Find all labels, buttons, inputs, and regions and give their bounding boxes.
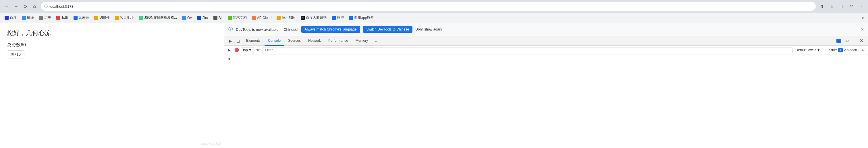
- issues-tab-badge[interactable]: 1: [835, 38, 843, 44]
- issues-dot: 1: [838, 48, 843, 52]
- bookmark-history[interactable]: 历史: [37, 15, 54, 21]
- bookmark-label: APICloud: [257, 16, 272, 20]
- nav-buttons: ← → ⟳ ⌂: [3, 2, 38, 10]
- tab-elements[interactable]: Elements: [243, 36, 264, 46]
- like-button[interactable]: 赞+10: [7, 50, 24, 58]
- forward-button[interactable]: →: [12, 2, 20, 10]
- history-icon: [39, 16, 43, 20]
- console-context-selector[interactable]: top ▼: [241, 47, 254, 53]
- baidu-icon: [5, 16, 9, 20]
- tab-memory[interactable]: Memory: [352, 36, 371, 46]
- oa-icon: [182, 16, 186, 20]
- json-icon: [139, 16, 143, 20]
- close-notification-button[interactable]: ✕: [860, 27, 864, 32]
- devtools-console-bar: ▶ ⛔ top ▼ 👁 Default levels ▼ 1 Issue: 1 …: [224, 46, 868, 54]
- greeting-text: 您好，几何心凉: [7, 29, 217, 38]
- dismiss-button[interactable]: Don't show again: [415, 27, 442, 31]
- bookmark-projaddr[interactable]: 项目地址: [113, 15, 136, 21]
- sidebar-toggle-button[interactable]: ▶: [226, 47, 232, 53]
- browser-actions: ⬆ ☆ ▯ ⚯ ⋮: [818, 2, 865, 10]
- home-button[interactable]: ⌂: [30, 2, 38, 10]
- devtools-toolbar: ▶ ◻ Elements Console Sources Network Per…: [224, 36, 868, 46]
- bookmark-label: 百度人脸识别: [306, 15, 327, 20]
- bookmark-jira[interactable]: Jira: [195, 15, 210, 21]
- bookmark-label: 应用加固: [282, 15, 296, 20]
- bookmark-label: Jira: [203, 16, 208, 20]
- device-mode-button[interactable]: ◻: [235, 37, 242, 45]
- bookmark-label: 翻译: [27, 15, 34, 20]
- tab-performance[interactable]: Performance: [325, 36, 351, 46]
- bookmark-json[interactable]: JSON在线解析及格...: [137, 15, 179, 21]
- bookmark-label: 项目地址: [120, 15, 134, 20]
- bookmark-uicomp[interactable]: UI组件: [92, 15, 112, 21]
- projaddr-icon: [115, 16, 119, 20]
- bookmark-lanyin[interactable]: 蓝麦云: [71, 15, 91, 21]
- likes-section: 总赞数60 赞+10: [7, 42, 217, 58]
- bookmark-zhengzhou[interactable]: 郑州app原型: [347, 15, 376, 21]
- lanyin-icon: [73, 16, 78, 20]
- bookmark-req[interactable]: 需求文档: [225, 15, 249, 21]
- likes-label: 总赞数60: [7, 42, 217, 48]
- extensions-button[interactable]: ▯: [838, 2, 846, 10]
- notification-text: DevTools is now available in Chinese!: [236, 27, 299, 32]
- tab-network[interactable]: Network: [305, 36, 324, 46]
- bookmark-label: 历史: [44, 15, 51, 20]
- jira-icon: [197, 16, 202, 20]
- levels-chevron-icon: ▼: [817, 48, 820, 52]
- console-expand-arrow[interactable]: ►: [228, 56, 232, 61]
- info-icon: ⓘ: [44, 4, 48, 9]
- match-language-button[interactable]: Always match Chrome's language: [301, 26, 360, 33]
- bookmark-label: Bit: [219, 16, 223, 20]
- profile-button[interactable]: ⚯: [847, 2, 855, 10]
- console-settings-button[interactable]: ⚙: [860, 47, 866, 53]
- tab-sources[interactable]: Sources: [285, 36, 304, 46]
- issues-count: 1 Issue: 1 2 hidden: [823, 48, 859, 53]
- appfix-icon: [277, 16, 281, 20]
- default-levels-label: Default levels: [796, 48, 816, 52]
- bookmark-apicloud[interactable]: APICloud: [250, 15, 274, 21]
- uicomp-icon: [94, 16, 98, 20]
- bookmark-aiface[interactable]: AI 百度人脸识别: [299, 15, 329, 21]
- eye-button[interactable]: 👁: [255, 47, 261, 53]
- bookmark-translate[interactable]: 翻译: [20, 15, 36, 21]
- bookmark-private[interactable]: 私邮: [54, 15, 71, 21]
- issues-badge: 1: [836, 39, 841, 43]
- devtools-notification: ⓘ DevTools is now available in Chinese! …: [224, 23, 868, 36]
- filter-input[interactable]: [262, 47, 793, 53]
- settings-button[interactable]: ⚙: [844, 37, 851, 45]
- bookmark-label: 私邮: [61, 15, 68, 20]
- tab-console[interactable]: Console: [265, 36, 284, 46]
- reload-button[interactable]: ⟳: [21, 2, 29, 10]
- switch-chinese-button[interactable]: Switch DevTools to Chinese: [363, 26, 413, 33]
- clear-console-button[interactable]: ⛔: [234, 47, 240, 53]
- bookmark-appfix[interactable]: 应用加固: [274, 15, 298, 21]
- default-levels-dropdown[interactable]: Default levels ▼: [794, 48, 822, 53]
- bookmark-oa[interactable]: OA: [180, 15, 194, 21]
- bookmark-label: 需求文档: [233, 15, 247, 20]
- devtools-panel: ⓘ DevTools is now available in Chinese! …: [224, 23, 868, 148]
- more-options-button[interactable]: ⋮ ✕: [851, 38, 866, 44]
- page-content: 您好，几何心凉 总赞数60 赞+10 CSDN小心凉课: [0, 23, 224, 148]
- bookmarks-more-button[interactable]: »: [860, 15, 866, 21]
- bookmark-button[interactable]: ☆: [828, 2, 836, 10]
- proto-icon: [332, 16, 336, 20]
- zhengzhou-icon: [349, 16, 353, 20]
- bookmark-bit[interactable]: Bit: [211, 15, 225, 21]
- bookmark-proto[interactable]: 原型: [330, 15, 346, 21]
- menu-button[interactable]: ⋮: [857, 2, 865, 10]
- inspect-element-button[interactable]: ▶: [227, 37, 234, 45]
- bit-icon: [213, 16, 217, 20]
- devtools-right-icons: 1 ⚙ ⋮ ✕: [835, 37, 866, 45]
- bookmark-label: 蓝麦云: [79, 15, 89, 20]
- close-devtools-button[interactable]: ✕: [859, 38, 865, 43]
- address-bar[interactable]: ⓘ localhost:5173: [41, 2, 816, 11]
- bookmarks-bar: 百度 翻译 历史 私邮 蓝麦云 UI组件 项目地址 JSON在线解析及格... …: [0, 13, 868, 23]
- bookmark-baidu[interactable]: 百度: [2, 15, 19, 21]
- back-button[interactable]: ←: [3, 2, 11, 10]
- share-button[interactable]: ⬆: [818, 2, 826, 10]
- more-tabs-button[interactable]: »: [372, 37, 379, 45]
- context-chevron-icon: ▼: [248, 48, 252, 52]
- private-icon: [56, 16, 60, 20]
- hidden-count: 2 hidden: [844, 48, 857, 52]
- bookmark-label: OA: [187, 16, 192, 20]
